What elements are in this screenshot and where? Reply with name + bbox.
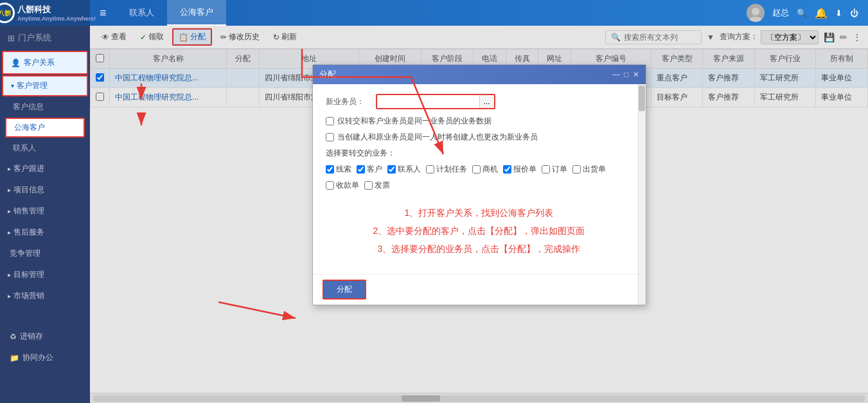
right-actions: 赵总 🔍 🔔 ⬇ ⏻ <box>747 4 868 22</box>
business-checkboxes: 线索 客户 联系人 <box>326 164 633 191</box>
salesperson-browse-btn[interactable]: ... <box>480 95 494 108</box>
sidebar-item-customer-followup[interactable]: 客户跟进 <box>0 158 90 179</box>
chevron-icon: ▾ <box>11 82 14 89</box>
cb-shipment-input[interactable] <box>572 165 581 174</box>
cb-contacts-input[interactable] <box>387 165 396 174</box>
modal-content: 新业务员： ... 仅转交和客户业务员是同一业务员的业务数据 <box>313 84 646 305</box>
sidebar-subitem-public-customers[interactable]: 公海客户 <box>5 118 85 138</box>
app-logo: 八骿 八骿科技 Anytime.Anytime.Anywhere! <box>0 0 90 26</box>
checkbox-update-creator-input[interactable] <box>326 133 334 141</box>
sidebar-item-market[interactable]: 市场营销 <box>0 285 90 307</box>
svg-text:八骿: 八骿 <box>0 10 12 17</box>
cb-order: 订单 <box>542 164 567 175</box>
salesperson-input[interactable] <box>377 95 480 108</box>
cb-customers: 客户 <box>357 164 382 175</box>
modal-overlay: 分配 — □ ✕ 新业务员： <box>90 26 868 403</box>
sidebar: ⊞ 门户系统 👤 客户关系 ▾ 客户管理 客户信息 公海客户 联系人 客户跟进 … <box>0 26 90 403</box>
cb-shipment: 出货单 <box>572 164 606 175</box>
cb-invoice: 发票 <box>364 180 390 191</box>
checkbox-update-creator: 当创建人和原业务员是同一人时将创建人也更改为新业务员 <box>326 132 633 143</box>
sidebar-item-customer-management[interactable]: ▾ 客户管理 <box>2 75 88 96</box>
salesperson-label: 新业务员： <box>326 96 371 107</box>
modal-header: 分配 — □ ✕ <box>313 65 646 84</box>
cb-customers-input[interactable] <box>357 165 365 174</box>
cb-order-input[interactable] <box>542 165 550 174</box>
modal-footer: 分配 <box>313 274 646 305</box>
modal-distribute: 分配 — □ ✕ 新业务员： <box>312 64 646 305</box>
nav-menu-public-customers[interactable]: 公海客户 <box>167 0 226 26</box>
sidebar-subitem-customer-info[interactable]: 客户信息 <box>0 97 90 117</box>
main-layout: ⊞ 门户系统 👤 客户关系 ▾ 客户管理 客户信息 公海客户 联系人 客户跟进 … <box>0 26 868 403</box>
cb-quote: 报价单 <box>503 164 536 175</box>
cb-tasks: 计划任务 <box>426 164 467 175</box>
cb-opportunity-input[interactable] <box>472 165 481 174</box>
sidebar-subitem-contacts[interactable]: 联系人 <box>0 138 90 158</box>
nav-menu-contacts[interactable]: 联系人 <box>116 0 167 26</box>
svg-point-3 <box>749 17 762 22</box>
modal-scrollbar[interactable] <box>638 84 646 305</box>
cb-leads-input[interactable] <box>326 165 334 174</box>
modal-maximize-btn[interactable]: □ <box>624 70 628 79</box>
grid-icon: ⊞ <box>8 33 15 43</box>
sidebar-item-inventory[interactable]: ♻ 进销存 <box>0 326 90 347</box>
logo-sub: Anytime.Anytime.Anywhere! <box>17 15 96 22</box>
nav-menus: 联系人 公海客户 <box>116 0 747 26</box>
sidebar-item-after-sales[interactable]: 售后服务 <box>0 222 90 243</box>
sidebar-item-sales-management[interactable]: 销售管理 <box>0 201 90 222</box>
avatar <box>747 4 765 22</box>
user-icon: 👤 <box>11 58 21 67</box>
search-icon[interactable]: 🔍 <box>797 8 807 18</box>
download-icon[interactable]: ⬇ <box>835 8 842 18</box>
cb-contacts: 联系人 <box>387 164 421 175</box>
sidebar-item-customer-relations[interactable]: 👤 客户关系 <box>2 51 88 75</box>
modal-close-btn[interactable]: ✕ <box>633 70 639 79</box>
modal-inner: 新业务员： ... 仅转交和客户业务员是同一业务员的业务数据 <box>313 84 646 305</box>
instruction-text: 1、打开客户关系，找到公海客户列表 2、选中要分配的客户，点击【分配】，弹出如图… <box>326 197 633 264</box>
nav-toggle[interactable]: ≡ <box>90 6 116 20</box>
cb-tasks-input[interactable] <box>426 165 434 174</box>
inventory-icon: ♻ <box>10 332 17 341</box>
cb-quote-input[interactable] <box>503 165 511 174</box>
salesperson-row: 新业务员： ... <box>326 94 633 109</box>
notification-icon[interactable]: 🔔 <box>815 7 828 19</box>
cb-opportunity: 商机 <box>472 164 498 175</box>
modal-title: 分配 <box>319 69 336 80</box>
modal-body: 新业务员： ... 仅转交和客户业务员是同一业务员的业务数据 <box>313 84 646 274</box>
cb-leads: 线索 <box>326 164 351 175</box>
svg-point-2 <box>752 8 759 15</box>
modal-minimize-btn[interactable]: — <box>612 70 620 79</box>
sidebar-item-office[interactable]: 📁 协同办公 <box>0 347 90 368</box>
content-area: 👁 查看 ✓ 领取 📋 分配 ✏ 修改历史 ↻ 刷新 🔍 <box>90 26 868 403</box>
cb-receipt-input[interactable] <box>326 181 334 190</box>
checkbox-transfer-same[interactable] <box>326 117 334 125</box>
sidebar-item-project-info[interactable]: 项目信息 <box>0 179 90 201</box>
power-icon[interactable]: ⏻ <box>850 8 858 18</box>
sidebar-item-competition[interactable]: 竞争管理 <box>0 243 90 264</box>
logo-text: 八骿科技 <box>17 4 96 15</box>
modal-header-buttons: — □ ✕ <box>612 70 639 79</box>
cb-receipt: 收款单 <box>326 180 359 191</box>
modal-assign-btn[interactable]: 分配 <box>323 280 366 300</box>
top-nav: 八骿 八骿科技 Anytime.Anytime.Anywhere! ≡ 联系人 … <box>0 0 868 26</box>
username: 赵总 <box>772 7 789 19</box>
salesperson-input-group: ... <box>376 94 495 109</box>
sidebar-item-target-management[interactable]: 目标管理 <box>0 264 90 285</box>
office-icon: 📁 <box>10 354 19 363</box>
checkbox-transfer-same-salesperson: 仅转交和客户业务员是同一业务员的业务数据 <box>326 116 633 127</box>
cb-invoice-input[interactable] <box>364 181 373 190</box>
transfer-business-label: 选择要转交的业务： <box>326 148 633 159</box>
sidebar-header: ⊞ 门户系统 <box>0 26 90 50</box>
